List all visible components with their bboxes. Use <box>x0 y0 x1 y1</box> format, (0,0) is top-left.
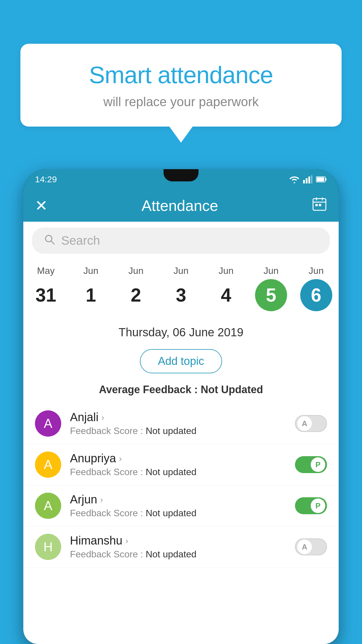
calendar-button[interactable] <box>312 196 327 215</box>
cal-month: May <box>37 265 55 276</box>
student-item[interactable]: HHimanshu ›Feedback Score : Not updatedA <box>23 526 339 568</box>
avatar: H <box>35 534 61 560</box>
svg-rect-11 <box>315 204 318 206</box>
student-feedback: Feedback Score : Not updated <box>70 426 286 436</box>
avatar: A <box>35 493 61 519</box>
add-topic-row: Add topic <box>23 346 339 381</box>
selected-date: Thursday, 06 June 2019 <box>23 320 339 346</box>
student-list: AAnjali ›Feedback Score : Not updatedAAA… <box>23 403 339 568</box>
svg-rect-3 <box>311 175 312 183</box>
chevron-right-icon: › <box>119 454 122 463</box>
toggle-container: P <box>295 497 327 514</box>
attendance-toggle[interactable]: P <box>295 497 327 514</box>
cal-date[interactable]: 1 <box>75 279 107 311</box>
attendance-toggle[interactable]: A <box>295 538 327 555</box>
toggle-knob: A <box>297 540 312 554</box>
svg-rect-12 <box>319 204 321 206</box>
status-icons <box>289 175 327 183</box>
chevron-right-icon: › <box>125 536 128 546</box>
student-feedback: Feedback Score : Not updated <box>70 549 286 560</box>
app-bar-title: Attendance <box>141 197 218 214</box>
chevron-right-icon: › <box>101 412 104 422</box>
notch <box>164 169 198 181</box>
calendar-day[interactable]: Jun1 <box>73 265 108 311</box>
feedback-value: Not updated <box>146 467 196 477</box>
student-item[interactable]: AAnjali ›Feedback Score : Not updatedA <box>23 403 339 444</box>
student-feedback: Feedback Score : Not updated <box>70 508 286 519</box>
svg-rect-1 <box>306 178 307 183</box>
add-topic-button[interactable]: Add topic <box>140 349 222 373</box>
calendar-row: May31Jun1Jun2Jun3Jun4Jun5Jun6 <box>23 260 339 320</box>
search-placeholder: Search <box>61 234 100 248</box>
student-name: Anjali › <box>70 411 286 424</box>
student-name: Anupriya › <box>70 452 286 465</box>
toggle-container: A <box>295 538 327 555</box>
cal-date[interactable]: 5 <box>255 279 287 311</box>
cal-date[interactable]: 6 <box>300 279 332 311</box>
search-icon <box>44 234 55 248</box>
chevron-right-icon: › <box>100 495 103 505</box>
status-time: 14:29 <box>35 174 57 184</box>
avg-feedback-label: Average Feedback : <box>99 384 201 396</box>
cal-month: Jun <box>83 265 99 276</box>
svg-rect-6 <box>317 177 324 181</box>
signal-icon <box>303 175 312 183</box>
cal-date[interactable]: 31 <box>30 279 62 311</box>
phone-frame: 14:29 ✕ Attendance <box>23 169 339 644</box>
toggle-knob: P <box>311 498 325 513</box>
toggle-container: A <box>295 415 327 432</box>
calendar-day[interactable]: Jun6 <box>299 265 334 311</box>
cal-date[interactable]: 2 <box>120 279 152 311</box>
calendar-day[interactable]: Jun3 <box>164 265 198 311</box>
status-bar: 14:29 <box>23 169 339 190</box>
cal-date[interactable]: 4 <box>210 279 242 311</box>
speech-bubble: Smart attendance will replace your paper… <box>20 44 342 127</box>
cal-month: Jun <box>129 265 144 276</box>
speech-bubble-title: Smart attendance <box>44 61 318 89</box>
svg-line-14 <box>51 241 54 244</box>
student-feedback: Feedback Score : Not updated <box>70 467 286 477</box>
battery-icon <box>316 176 327 183</box>
student-item[interactable]: AAnupriya ›Feedback Score : Not updatedP <box>23 444 339 485</box>
attendance-toggle[interactable]: A <box>295 415 327 432</box>
svg-rect-2 <box>308 176 310 183</box>
wifi-icon <box>289 175 300 183</box>
student-info: Anjali ›Feedback Score : Not updated <box>70 411 286 436</box>
calendar-day[interactable]: May31 <box>28 265 63 311</box>
feedback-value: Not updated <box>146 508 196 518</box>
calendar-day[interactable]: Jun5 <box>254 265 289 311</box>
feedback-value: Not updated <box>146 426 196 436</box>
avatar: A <box>35 452 61 478</box>
cal-month: Jun <box>173 265 189 276</box>
student-info: Himanshu ›Feedback Score : Not updated <box>70 534 286 560</box>
avg-feedback-value: Not Updated <box>201 384 263 396</box>
student-item[interactable]: AArjun ›Feedback Score : Not updatedP <box>23 485 339 526</box>
toggle-knob: P <box>311 457 325 472</box>
phone-content: Search May31Jun1Jun2Jun3Jun4Jun5Jun6 Thu… <box>23 222 339 644</box>
search-container: Search <box>23 222 339 260</box>
feedback-value: Not updated <box>146 549 196 559</box>
cal-month: Jun <box>263 265 279 276</box>
app-bar: ✕ Attendance <box>23 190 339 222</box>
calendar-icon <box>312 196 327 211</box>
calendar-day[interactable]: Jun2 <box>118 265 153 311</box>
cal-month: Jun <box>219 265 234 276</box>
attendance-toggle[interactable]: P <box>295 456 327 473</box>
avg-feedback: Average Feedback : Not Updated <box>23 381 339 403</box>
toggle-knob: A <box>297 416 312 431</box>
svg-rect-0 <box>303 180 305 183</box>
close-button[interactable]: ✕ <box>35 197 48 214</box>
cal-date[interactable]: 3 <box>165 279 197 311</box>
speech-bubble-subtitle: will replace your paperwork <box>44 94 318 109</box>
speech-bubble-tail <box>169 127 193 143</box>
svg-rect-5 <box>325 178 326 181</box>
toggle-container: P <box>295 456 327 473</box>
student-name: Arjun › <box>70 493 286 506</box>
search-bar[interactable]: Search <box>32 228 330 254</box>
avatar: A <box>35 410 61 437</box>
student-name: Himanshu › <box>70 534 286 547</box>
cal-month: Jun <box>309 265 324 276</box>
student-info: Arjun ›Feedback Score : Not updated <box>70 493 286 519</box>
calendar-day[interactable]: Jun4 <box>209 265 244 311</box>
speech-bubble-container: Smart attendance will replace your paper… <box>20 44 342 143</box>
